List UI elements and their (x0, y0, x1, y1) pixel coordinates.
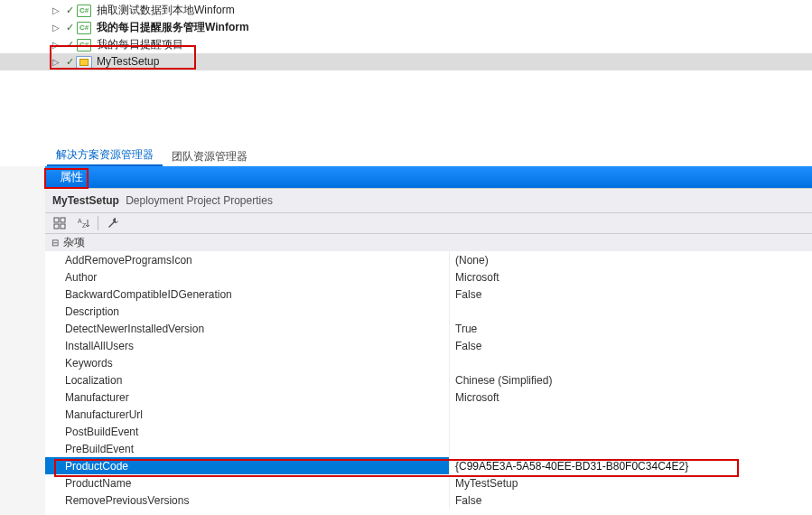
check-icon: ✓ (63, 53, 76, 70)
property-name: Keywords (45, 354, 450, 371)
property-grid[interactable]: ⊟杂项AddRemoveProgramsIcon(None)AuthorMicr… (45, 234, 812, 515)
property-value[interactable] (450, 406, 812, 423)
property-name: PostBuildEvent (45, 423, 450, 440)
property-value[interactable] (450, 423, 812, 440)
properties-object-suffix: Deployment Project Properties (126, 194, 273, 207)
property-name: Author (45, 268, 450, 286)
property-row[interactable]: RemovePreviousVersionsFalse (45, 492, 812, 509)
property-value[interactable] (450, 440, 812, 457)
check-icon: ✓ (63, 2, 76, 19)
property-value[interactable] (450, 303, 812, 320)
categorize-icon (53, 217, 66, 229)
property-row[interactable]: Keywords (45, 354, 812, 371)
property-name: ProductName (45, 474, 450, 492)
svg-rect-1 (61, 218, 65, 222)
tree-item-label: 我的每日提醒服务管理Winform (94, 19, 249, 36)
project-tree: ▷✓C#抽取测试数据到本地Winform▷✓C#我的每日提醒服务管理Winfor… (0, 2, 812, 70)
property-name: AddRemoveProgramsIcon (45, 251, 450, 268)
property-pages-button[interactable] (104, 214, 122, 232)
svg-rect-0 (54, 218, 59, 222)
expander-icon[interactable]: ▷ (51, 40, 61, 51)
expander-icon[interactable]: ▷ (51, 5, 61, 16)
property-category-label: 杂项 (63, 235, 85, 250)
property-row[interactable]: ProductCode{C99A5E3A-5A58-40EE-BD31-B80F… (45, 457, 812, 474)
categorize-button[interactable] (51, 214, 69, 232)
property-name: InstallAllUsers (45, 337, 450, 354)
check-icon: ✓ (63, 36, 76, 53)
svg-rect-3 (61, 224, 65, 229)
expander-icon[interactable]: ▷ (51, 23, 61, 33)
property-row[interactable]: PreBuildEvent (45, 440, 812, 457)
property-row[interactable]: AuthorMicrosoft (45, 268, 812, 286)
property-row[interactable]: PostBuildEvent (45, 423, 812, 440)
property-category-row[interactable]: ⊟杂项 (45, 234, 812, 251)
explorer-tab[interactable]: 团队资源管理器 (163, 145, 257, 166)
property-value[interactable]: {C99A5E3A-5A58-40EE-BD31-B80F0C34C4E2} (450, 457, 812, 474)
property-value[interactable]: (None) (450, 251, 812, 268)
property-row[interactable]: ManufacturerUrl (45, 406, 812, 423)
property-row[interactable]: AddRemoveProgramsIcon(None) (45, 251, 812, 268)
property-row[interactable]: DetectNewerInstalledVersionTrue (45, 320, 812, 337)
properties-header: MyTestSetup Deployment Project Propertie… (45, 189, 812, 212)
wrench-icon (107, 217, 119, 229)
tree-item[interactable]: ▷✓C#我的每日提醒服务管理Winform (51, 19, 812, 36)
property-row[interactable]: BackwardCompatibleIDGenerationFalse (45, 286, 812, 303)
tree-item[interactable]: ▷✓C#抽取测试数据到本地Winform (51, 2, 812, 19)
properties-panel-title: 属性 (60, 169, 83, 185)
property-row[interactable]: Description (45, 303, 812, 320)
property-name: Description (45, 303, 450, 320)
property-row[interactable]: LocalizationChinese (Simplified) (45, 371, 812, 389)
expander-icon[interactable]: ▷ (51, 57, 61, 68)
property-value[interactable]: False (450, 337, 812, 354)
properties-panel-title-bar: 属性 (45, 166, 812, 188)
property-name: Manufacturer (45, 389, 450, 406)
property-name: Localization (45, 371, 450, 389)
properties-object-name: MyTestSetup (52, 194, 119, 207)
tree-item[interactable]: ▷✓C#我的每日提醒项目 (51, 36, 812, 53)
property-value[interactable]: False (450, 286, 812, 303)
property-value[interactable]: Microsoft (450, 389, 812, 406)
collapse-icon[interactable]: ⊟ (49, 238, 61, 248)
csharp-project-icon: C# (76, 4, 92, 18)
tree-item-label: MyTestSetup (94, 53, 159, 70)
property-name: ProductCode (45, 457, 450, 474)
toolbar-separator (98, 216, 98, 230)
csharp-project-icon: C# (76, 21, 92, 35)
property-value[interactable]: True (450, 320, 812, 337)
explorer-tab[interactable]: 解决方案资源管理器 (47, 144, 163, 166)
property-row[interactable]: InstallAllUsersFalse (45, 337, 812, 354)
property-value[interactable] (450, 354, 812, 371)
property-name: DetectNewerInstalledVersion (45, 320, 450, 337)
tree-item[interactable]: ▷✓MyTestSetup (0, 53, 812, 70)
solution-explorer-panel: ▷✓C#抽取测试数据到本地Winform▷✓C#我的每日提醒服务管理Winfor… (0, 0, 812, 166)
property-name: RemovePreviousVersions (45, 492, 450, 509)
tree-item-label: 抽取测试数据到本地Winform (94, 2, 235, 19)
properties-panel: MyTestSetup Deployment Project Propertie… (45, 188, 812, 515)
property-row[interactable]: ManufacturerMicrosoft (45, 389, 812, 406)
check-icon: ✓ (63, 19, 76, 36)
property-row[interactable]: ProductNameMyTestSetup (45, 474, 812, 492)
property-value[interactable]: False (450, 492, 812, 509)
property-name: BackwardCompatibleIDGeneration (45, 286, 450, 303)
svg-rect-2 (54, 224, 59, 229)
properties-toolbar: AZ (45, 212, 812, 234)
csharp-project-icon: C# (76, 38, 92, 52)
tree-item-label: 我的每日提醒项目 (94, 36, 183, 53)
property-value[interactable]: Chinese (Simplified) (450, 371, 812, 389)
explorer-tab-strip: 解决方案资源管理器团队资源管理器 (0, 146, 812, 166)
property-name: ManufacturerUrl (45, 406, 450, 423)
sort-icon: AZ (77, 217, 89, 229)
setup-project-icon (76, 55, 92, 70)
property-name: PreBuildEvent (45, 440, 450, 457)
property-value[interactable]: Microsoft (450, 268, 812, 286)
property-value[interactable]: MyTestSetup (450, 474, 812, 492)
alphabetical-button[interactable]: AZ (74, 214, 92, 232)
